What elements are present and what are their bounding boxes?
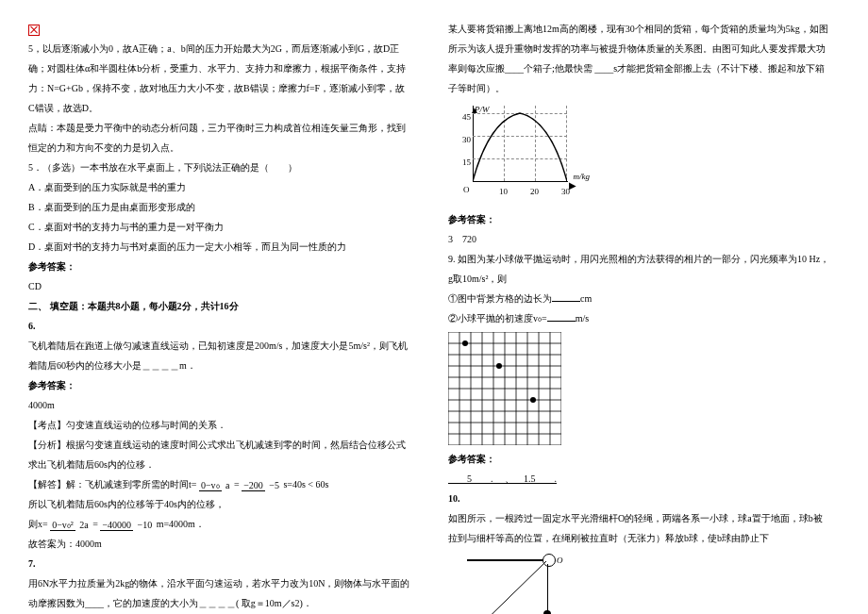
solve-post: m=4000m． <box>157 519 205 529</box>
q5-opt-b: B．桌面受到的压力是由桌面形变形成的 <box>28 197 410 217</box>
y-tick: 45 <box>462 108 471 126</box>
q6-analysis: 【分析】根据匀变速直线运动的速度时间公式求出飞机减速到零的时间，然后结合位移公式… <box>28 435 410 474</box>
q5-opt-c: C．桌面对书的支持力与书的重力是一对平衡力 <box>28 217 410 237</box>
broken-image-icon <box>28 25 40 36</box>
section-2-heading: 二、 填空题：本题共8小题，每小题2分，共计16分 <box>28 296 410 316</box>
q9-sub2: ②小球平抛的初速度v₀=m/s <box>448 308 830 328</box>
fraction: 0−v₀² 2a <box>50 520 91 530</box>
answer-label: 参考答案： <box>448 209 830 229</box>
q6-stem: 飞机着陆后在跑道上做匀减速直线运动，已知初速度是200m/s，加速度大小是5m/… <box>28 336 410 375</box>
q8-stem: 某人要将货箱搬上离地12m高的阁楼，现有30个相同的货箱，每个货箱的质量均为5k… <box>448 19 830 98</box>
svg-point-20 <box>496 363 502 369</box>
grid-svg <box>448 332 561 445</box>
fraction: 0−v₀ a <box>199 480 232 490</box>
solve-pre: 则x= <box>28 519 48 529</box>
fraction: −40000 −10 <box>100 520 154 530</box>
q6-answer: 4000m <box>28 395 410 415</box>
q8-answer: 3 720 <box>448 229 830 249</box>
y-tick: 30 <box>462 131 471 149</box>
right-column: 某人要将货箱搬上离地12m高的阁楼，现有30个相同的货箱，每个货箱的质量均为5k… <box>448 19 830 614</box>
blank-field[interactable] <box>552 291 580 302</box>
svg-line-22 <box>469 561 546 614</box>
q6-number: 6. <box>28 316 410 336</box>
blank-field[interactable] <box>547 311 576 322</box>
q6-solve-line2: 所以飞机着陆后60s内的位移等于40s内的位移， <box>28 494 410 514</box>
x-tick: 10 <box>499 183 508 201</box>
q7-number: 7. <box>28 554 410 573</box>
solve-pre: 【解答】解：飞机减速到零所需的时间t= <box>28 479 196 490</box>
origin-label: O <box>463 181 470 199</box>
y-tick: 15 <box>462 154 471 172</box>
x-axis-label: m/kg <box>574 168 591 186</box>
pulley-label: O <box>557 552 563 570</box>
q7-stem: 用6N水平力拉质量为2kg的物体，沿水平面匀速运动，若水平力改为10N，则物体与… <box>28 573 410 613</box>
q6-point: 【考点】匀变速直线运动的位移与时间的关系． <box>28 415 410 435</box>
page: 5，以后逐渐减小为0，故A正确；a、b间的压力开始最大为2G，而后逐渐减小到G，… <box>28 19 840 614</box>
broken-image-placeholder <box>28 19 410 39</box>
q10-number: 10. <box>448 489 830 508</box>
q6-solve-line3: 则x= 0−v₀² 2a = −40000 −10 m=4000m． <box>28 514 410 534</box>
chart-curve <box>473 106 567 181</box>
q6-solve-line4: 故答案为：4000m <box>28 534 410 554</box>
q10-stem: 如图所示，一根跨过一固定水平光滑细杆O的轻绳，两端各系一小球，球a置于地面，球b… <box>448 508 830 548</box>
answer-label: 参考答案： <box>28 375 410 395</box>
strobe-grid-figure <box>448 332 561 445</box>
q5-answer: CD <box>28 276 410 296</box>
para-explanation-1: 5，以后逐渐减小为0，故A正确；a、b间的压力开始最大为2G，而后逐渐减小到G，… <box>28 39 410 118</box>
q5-opt-a: A．桌面受到的压力实际就是书的重力 <box>28 177 410 197</box>
left-column: 5，以后逐渐减小为0，故A正确；a、b间的压力开始最大为2G，而后逐渐减小到G，… <box>28 19 410 614</box>
solve-post: s=40s < 60s <box>283 479 328 490</box>
pulley-figure: O b a <box>448 552 561 614</box>
fraction: −200 −5 <box>242 480 281 490</box>
equals: = <box>92 519 98 529</box>
para-explanation-2: 点睛：本题是受力平衡中的动态分析问题，三力平衡时三力构成首位相连矢量三角形，找到… <box>28 118 410 158</box>
q9-stem: 9. 如图为某小球做平抛运动时，用闪光照相的方法获得的相片的一部分，闪光频率为1… <box>448 249 830 289</box>
q9-sub1: ①图中背景方格的边长为cm <box>448 289 830 308</box>
rope-diagonal <box>469 561 549 614</box>
power-mass-chart: ▲ ▶ P/W m/kg 45 30 15 10 20 30 O <box>450 102 582 206</box>
q9-answer: 5 . 、 1.5 . <box>448 469 830 489</box>
equals: = <box>234 479 240 490</box>
q6-solve-line1: 【解答】解：飞机减速到零所需的时间t= 0−v₀ a = −200 −5 s=4… <box>28 474 410 494</box>
x-tick: 30 <box>561 183 570 201</box>
x-tick: 20 <box>530 183 539 201</box>
svg-point-19 <box>462 340 468 346</box>
ball-b-label: b <box>554 608 559 614</box>
q5-opt-d: D．桌面对书的支持力与书对桌面的压力一定大小相等，而且为同一性质的力 <box>28 237 410 257</box>
svg-point-21 <box>530 397 536 403</box>
answer-label: 参考答案： <box>448 449 830 469</box>
answer-label: 参考答案： <box>28 257 410 276</box>
q5-stem: 5．（多选）一本书放在水平桌面上，下列说法正确的是（ ） <box>28 158 410 177</box>
